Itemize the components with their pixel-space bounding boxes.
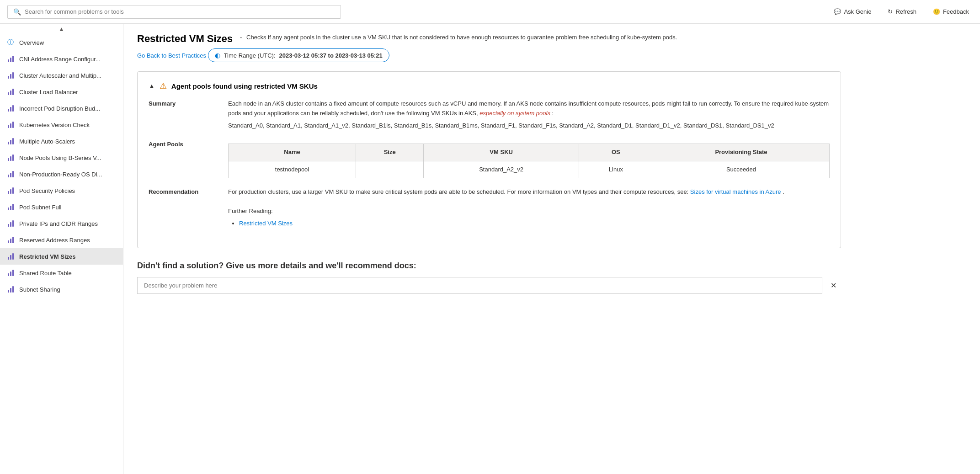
bar-chart-icon-ms bbox=[6, 137, 15, 145]
summary-label: Summary bbox=[149, 99, 217, 130]
refresh-label: Refresh bbox=[895, 8, 916, 15]
problem-input-row: ✕ bbox=[137, 277, 841, 294]
feedback-icon: 🙂 bbox=[933, 8, 940, 15]
bar-chart-icon-autoscaler bbox=[6, 71, 15, 80]
scroll-up-indicator: ▲ bbox=[0, 24, 123, 34]
bottom-section: Didn't find a solution? Give us more det… bbox=[137, 261, 841, 294]
sidebar-item-k8s-version[interactable]: Kubernetes Version Check bbox=[0, 117, 123, 133]
topbar-actions: 💬 Ask Genie ↻ Refresh 🙂 Feedback bbox=[830, 6, 973, 17]
sidebar-item-autoscaler[interactable]: Cluster Autoscaler and Multip... bbox=[0, 67, 123, 84]
time-range-label: Time Range (UTC): bbox=[224, 52, 276, 59]
page-header: Restricted VM Sizes - Checks if any agen… bbox=[137, 33, 841, 45]
list-item: Restricted VM Sizes bbox=[239, 219, 830, 229]
sidebar-label: Node Pools Using B-Series V... bbox=[19, 154, 101, 161]
bar-chart-icon-pdb bbox=[6, 104, 15, 112]
ask-genie-button[interactable]: 💬 Ask Genie bbox=[830, 6, 875, 17]
layout: ▲ ⓘ Overview CNI Address Range Configur.… bbox=[0, 24, 980, 474]
search-input[interactable] bbox=[25, 8, 335, 15]
sku-list: Standard_A0, Standard_A1, Standard_A1_v2… bbox=[228, 121, 830, 131]
summary-colon: : bbox=[552, 110, 554, 117]
sidebar-label: CNI Address Range Configur... bbox=[19, 56, 101, 63]
sidebar-label: Private IPs and CIDR Ranges bbox=[19, 220, 98, 227]
card-title: Agent pools found using restricted VM SK… bbox=[171, 82, 318, 90]
bar-chart-icon-cni bbox=[6, 55, 15, 63]
recommendation-period: . bbox=[783, 188, 784, 195]
sidebar-label: Incorrect Pod Disruption Bud... bbox=[19, 105, 100, 112]
sidebar-item-subnet-sharing[interactable]: Subnet Sharing bbox=[0, 281, 123, 298]
sizes-link[interactable]: Sizes for virtual machines in Azure bbox=[690, 188, 781, 195]
time-range-bar[interactable]: ◐ Time Range (UTC): 2023-03-12 05:37 to … bbox=[208, 48, 389, 62]
sidebar-label: Reserved Address Ranges bbox=[19, 237, 90, 244]
sidebar-item-nonprod-os[interactable]: Non-Production-Ready OS Di... bbox=[0, 166, 123, 182]
card-header: ▲ ⚠ Agent pools found using restricted V… bbox=[149, 81, 830, 91]
sidebar-item-cni[interactable]: CNI Address Range Configur... bbox=[0, 51, 123, 67]
sidebar-label: Cluster Load Balancer bbox=[19, 89, 78, 96]
table-header: Name Size VM SKU OS Provisioning State bbox=[229, 144, 830, 161]
sidebar-item-reserved-addr[interactable]: Reserved Address Ranges bbox=[0, 232, 123, 248]
ask-genie-icon: 💬 bbox=[834, 8, 841, 15]
problem-input[interactable] bbox=[137, 277, 822, 294]
cell-size bbox=[356, 161, 424, 178]
col-provisioning: Provisioning State bbox=[653, 144, 829, 161]
summary-content: Each node in an AKS cluster contains a f… bbox=[228, 99, 830, 130]
feedback-label: Feedback bbox=[943, 8, 969, 15]
time-range-value: 2023-03-12 05:37 to 2023-03-13 05:21 bbox=[279, 52, 383, 59]
sidebar-label: Multiple Auto-Scalers bbox=[19, 138, 75, 145]
bar-chart-icon-psub bbox=[6, 203, 15, 211]
bar-chart-icon-rar bbox=[6, 236, 15, 244]
cell-provisioning: Succeeded bbox=[653, 161, 829, 178]
sidebar-item-restricted-vm[interactable]: Restricted VM Sizes bbox=[0, 248, 123, 265]
sidebar-item-pod-disruption[interactable]: Incorrect Pod Disruption Bud... bbox=[0, 100, 123, 117]
main-inner: Restricted VM Sizes - Checks if any agen… bbox=[123, 24, 855, 312]
recommendation-text: For production clusters, use a larger VM… bbox=[228, 188, 688, 195]
search-box[interactable]: 🔍 bbox=[7, 5, 341, 19]
refresh-button[interactable]: ↻ Refresh bbox=[884, 6, 920, 17]
sidebar-label: Kubernetes Version Check bbox=[19, 122, 90, 128]
summary-row: Summary Each node in an AKS cluster cont… bbox=[149, 99, 830, 130]
back-link[interactable]: Go Back to Best Practices bbox=[137, 52, 206, 59]
sidebar-item-shared-route[interactable]: Shared Route Table bbox=[0, 265, 123, 281]
bottom-title: Didn't find a solution? Give us more det… bbox=[137, 261, 841, 271]
sidebar-item-label-overview: Overview bbox=[19, 39, 44, 46]
bar-chart-icon-psp bbox=[6, 186, 15, 195]
sidebar-label: Subnet Sharing bbox=[19, 286, 60, 293]
col-vmsku: VM SKU bbox=[424, 144, 579, 161]
collapse-button[interactable]: ▲ bbox=[149, 82, 155, 90]
search-icon: 🔍 bbox=[13, 8, 21, 16]
sidebar-item-multi-scalers[interactable]: Multiple Auto-Scalers bbox=[0, 133, 123, 149]
bar-chart-icon-bs bbox=[6, 154, 15, 162]
sidebar: ▲ ⓘ Overview CNI Address Range Configur.… bbox=[0, 24, 123, 474]
feedback-button[interactable]: 🙂 Feedback bbox=[929, 6, 973, 17]
sidebar-label: Cluster Autoscaler and Multip... bbox=[19, 72, 101, 79]
bar-chart-icon-pip bbox=[6, 219, 15, 228]
table-row: testnodepool Standard_A2_v2 Linux Succee… bbox=[229, 161, 830, 178]
restricted-vm-link[interactable]: Restricted VM Sizes bbox=[239, 220, 293, 227]
col-name: Name bbox=[229, 144, 356, 161]
page-description: Checks if any agent pools in the cluster… bbox=[246, 34, 677, 41]
cell-name: testnodepool bbox=[229, 161, 356, 178]
bar-chart-icon-srt bbox=[6, 269, 15, 277]
sidebar-label: Shared Route Table bbox=[19, 270, 72, 277]
clock-icon: ◐ bbox=[215, 52, 220, 59]
sidebar-item-load-balancer[interactable]: Cluster Load Balancer bbox=[0, 84, 123, 100]
bar-chart-icon-rvm bbox=[6, 252, 15, 261]
agent-pools-row: Agent Pools Name Size VM SKU OS Provisio… bbox=[149, 140, 830, 179]
dash-separator: - bbox=[240, 34, 242, 41]
sidebar-item-overview[interactable]: ⓘ Overview bbox=[0, 34, 123, 51]
sidebar-item-pod-subnet[interactable]: Pod Subnet Full bbox=[0, 199, 123, 215]
recommendation-label: Recommendation bbox=[149, 187, 217, 229]
sidebar-label: Non-Production-Ready OS Di... bbox=[19, 171, 102, 178]
bar-chart-icon-os bbox=[6, 170, 15, 178]
agent-table: Name Size VM SKU OS Provisioning State t… bbox=[228, 144, 830, 179]
overview-icon: ⓘ bbox=[6, 38, 15, 47]
sidebar-item-pod-security[interactable]: Pod Security Policies bbox=[0, 182, 123, 199]
bar-chart-icon-ss bbox=[6, 285, 15, 293]
sidebar-item-private-ips[interactable]: Private IPs and CIDR Ranges bbox=[0, 215, 123, 232]
sidebar-label: Restricted VM Sizes bbox=[19, 253, 76, 260]
clear-input-button[interactable]: ✕ bbox=[826, 278, 841, 293]
sidebar-item-bseries[interactable]: Node Pools Using B-Series V... bbox=[0, 149, 123, 166]
ask-genie-label: Ask Genie bbox=[844, 8, 871, 15]
sidebar-label: Pod Subnet Full bbox=[19, 204, 62, 211]
summary-highlight: especially on system pools bbox=[479, 110, 550, 117]
warning-icon: ⚠ bbox=[160, 81, 167, 91]
